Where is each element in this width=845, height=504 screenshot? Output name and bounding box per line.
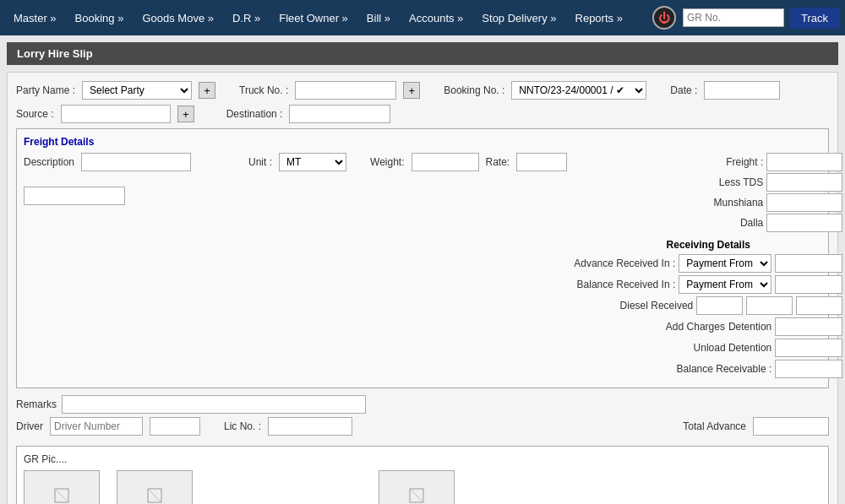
advance-label: Advance Received In : xyxy=(574,257,675,269)
description-input[interactable] xyxy=(81,153,191,171)
diesel-input1[interactable]: 0.00 xyxy=(696,296,743,315)
nav-reports[interactable]: Reports » xyxy=(567,7,631,30)
gr-pic-2[interactable] xyxy=(117,470,193,504)
driver-name-input[interactable] xyxy=(50,417,143,436)
party-add-button[interactable]: + xyxy=(199,82,215,99)
nav-goods-move[interactable]: Goods Move » xyxy=(134,7,222,30)
balance-select[interactable]: Payment From xyxy=(679,275,771,294)
diesel-received-row: Diesel Received 0.00 0.00 0.00 xyxy=(574,296,842,315)
truck-add-button[interactable]: + xyxy=(403,82,420,99)
advance-select[interactable]: Payment From xyxy=(679,254,771,273)
freight-left: Description Unit : MT Weight: 18000.0 Ra… xyxy=(24,153,567,205)
freight-section-label: Freight Details xyxy=(24,136,821,148)
gr-pic-3[interactable] xyxy=(379,470,455,504)
diesel-input3[interactable]: 0.00 xyxy=(796,296,842,315)
nav-master[interactable]: Master » xyxy=(5,7,65,30)
truck-no-input[interactable]: HR38AB5701 xyxy=(295,81,396,100)
balance-label: Balance Received In : xyxy=(577,279,676,290)
destination-input[interactable]: SURAT xyxy=(289,105,390,123)
weight-label: Weight: xyxy=(370,156,404,168)
balance-input[interactable]: 0.00 xyxy=(775,275,842,294)
add-charges-row: Add Charges Detention 0.00 xyxy=(574,317,842,336)
less-tds-row: Less TDS 0.00 xyxy=(574,173,842,192)
gr-pic-1[interactable] xyxy=(24,470,100,504)
less-tds-input[interactable]: 0.00 xyxy=(766,173,842,192)
lic-input[interactable] xyxy=(268,417,352,436)
nav-bill[interactable]: Bill » xyxy=(358,7,399,30)
unload-detention-row: Unload Detention 0.00 xyxy=(574,339,842,357)
add-charges-label: Add Charges xyxy=(666,321,725,333)
nav-dr[interactable]: D.R » xyxy=(224,7,269,30)
diesel-input2[interactable]: 0.00 xyxy=(746,296,793,315)
freight-right: Freight : 40000.00 Less TDS 0.00 Munshia… xyxy=(574,153,842,381)
remarks-label: Remarks xyxy=(16,398,57,410)
amount-input[interactable]: 40000.00 xyxy=(24,187,125,205)
remarks-row: Remarks LOADING FROM DPR xyxy=(16,395,829,414)
balance-receivable-row: Balance Receivable : 40000.00 xyxy=(574,360,842,378)
diesel-label: Diesel Received xyxy=(620,300,694,312)
munshiana-input[interactable]: 0.00 xyxy=(766,193,842,212)
nav-accounts[interactable]: Accounts » xyxy=(401,7,472,30)
lic-label: Lic No. : xyxy=(224,420,261,432)
unload-detention-label: Unload Detention xyxy=(694,342,772,354)
truck-no-label: Truck No. : xyxy=(239,84,288,96)
page-title: Lorry Hire Slip xyxy=(7,42,838,65)
freight-section: Freight Details Description Unit : MT We… xyxy=(16,128,829,388)
detention-input[interactable]: 0.00 xyxy=(775,317,842,336)
gr-pic-label: GR Pic.... xyxy=(24,453,821,465)
total-advance-label: Total Advance xyxy=(683,420,746,432)
date-label: Date : xyxy=(670,84,697,96)
form-container: Party Name : Select Party + Truck No. : … xyxy=(7,72,838,504)
nav-stop-delivery[interactable]: Stop Delivery » xyxy=(473,7,564,30)
driver-row: Driver 0 Lic No. : Total Advance xyxy=(16,414,829,439)
remarks-input[interactable]: LOADING FROM DPR xyxy=(62,395,366,414)
advance-received-row: Advance Received In : Payment From 0.00 xyxy=(574,254,842,273)
unit-label: Unit : xyxy=(248,156,272,168)
freight-label: Freight : xyxy=(695,156,763,168)
rate-input[interactable]: 0.00 xyxy=(516,153,567,171)
nav-booking[interactable]: Booking » xyxy=(67,7,133,30)
party-name-label: Party Name : xyxy=(16,84,75,96)
source-input[interactable]: DELHI xyxy=(61,105,171,123)
receiving-section: Receiving Details Advance Received In : … xyxy=(574,239,842,381)
amount-box: 40000.00 xyxy=(24,187,567,205)
munshiana-row: Munshiana 0.00 xyxy=(574,193,842,212)
booking-no-label: Booking No. : xyxy=(444,84,504,96)
svg-line-5 xyxy=(410,489,423,502)
gr-pic-images xyxy=(24,470,821,504)
svg-line-1 xyxy=(55,489,68,502)
weight-input[interactable]: 18000.0 xyxy=(412,153,479,171)
unload-detention-input[interactable]: 0.00 xyxy=(775,339,842,357)
gr-pic-section: GR Pic.... xyxy=(16,446,829,504)
power-icon[interactable]: ⏻ xyxy=(652,6,676,30)
nav-fleet-owner[interactable]: Fleet Owner » xyxy=(270,7,357,30)
freight-value-row: Freight : 40000.00 xyxy=(574,153,842,171)
dalla-label: Dalla xyxy=(695,217,763,229)
date-input[interactable]: 17-01-2024 xyxy=(704,81,780,100)
freight-input[interactable]: 40000.00 xyxy=(766,153,842,171)
driver-label: Driver xyxy=(16,420,43,432)
advance-input[interactable]: 0.00 xyxy=(775,254,842,273)
header-row-1: Party Name : Select Party + Truck No. : … xyxy=(16,81,829,100)
balance-received-row: Balance Received In : Payment From 0.00 xyxy=(574,275,842,294)
balance-receivable-label: Balance Receivable : xyxy=(677,363,772,375)
navbar: Master » Booking » Goods Move » D.R » Fl… xyxy=(0,0,845,35)
dalla-row: Dalla 0.00 xyxy=(574,214,842,232)
detention-label: Detention xyxy=(728,321,771,333)
header-row-2: Source : DELHI + Destination : SURAT xyxy=(16,105,829,123)
less-tds-label: Less TDS xyxy=(695,176,763,188)
party-name-select[interactable]: Select Party xyxy=(82,81,192,100)
booking-no-select[interactable]: NNTO/23-24/00001 / ✔ xyxy=(511,81,646,100)
unit-select[interactable]: MT xyxy=(279,153,346,171)
balance-receivable-input[interactable]: 40000.00 xyxy=(775,360,842,378)
freight-main: Description Unit : MT Weight: 18000.0 Ra… xyxy=(24,153,821,381)
total-advance-input[interactable] xyxy=(753,417,829,436)
driver-number-input[interactable]: 0 xyxy=(150,417,200,436)
gr-search-input[interactable] xyxy=(683,8,784,27)
description-label: Description xyxy=(24,156,74,168)
track-button[interactable]: Track xyxy=(789,8,840,29)
page-content: Lorry Hire Slip Party Name : Select Part… xyxy=(0,35,845,504)
source-add-button[interactable]: + xyxy=(177,106,194,122)
dalla-input[interactable]: 0.00 xyxy=(766,214,842,232)
freight-desc-row: Description Unit : MT Weight: 18000.0 Ra… xyxy=(24,153,567,171)
